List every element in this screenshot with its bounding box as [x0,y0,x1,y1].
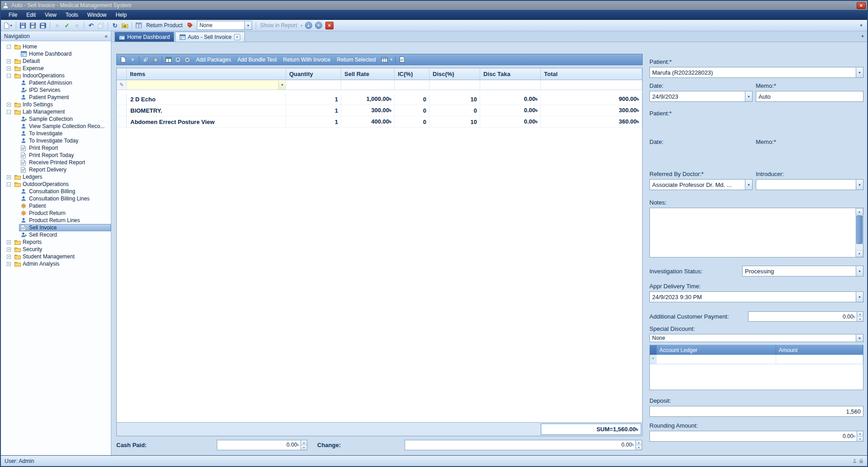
scrollbar-thumb[interactable] [856,215,863,244]
nav-item-home-dashboard[interactable]: Home Dashboard [1,50,111,57]
nav-item-print-report-today[interactable]: Print Report Today [1,152,111,159]
change-input[interactable]: 0.00৳ ▲▼ [405,440,642,450]
grid-row-biometry[interactable]: BIOMETRY.1300.00৳000.00৳300.00৳ [117,105,642,116]
ledger-new-row[interactable]: * [650,355,863,364]
new-dropdown-icon[interactable]: ▼ [10,24,13,27]
toolbar-overflow-icon[interactable]: ▼ [858,24,865,28]
open-button[interactable] [120,21,129,30]
return-product-label[interactable]: Return Product [144,22,185,29]
nav-item-to-investigate-today[interactable]: To Investigate Today [1,137,111,144]
delete-button[interactable]: × [52,21,62,30]
nav-item-patient-payment[interactable]: Patient Payment [1,94,111,101]
add-row-icon[interactable] [119,56,127,64]
nav-item-sell-invoice[interactable]: Sell Invoice [1,224,111,231]
expander-icon[interactable]: - [7,182,11,186]
menu-item-window[interactable]: Window [83,11,111,19]
button-add-bundle-test[interactable]: Add Bundle Test [234,57,280,63]
nav-item-indooroperations[interactable]: -IndoorOperations [1,72,111,79]
chevron-down-icon[interactable]: ▼ [745,180,752,190]
menu-item-tools[interactable]: Tools [62,11,82,19]
grid-row-abdomen-errect-posture-view[interactable]: Abdomen Errect Posture View1400.00৳0100.… [117,116,642,128]
additional-payment-spinner[interactable]: ▲▼ [857,312,863,321]
ledger-account-cell[interactable] [657,355,776,364]
layout-icon[interactable] [380,56,388,64]
introducer-combo[interactable]: ▼ [756,179,863,190]
chevron-down-icon[interactable]: ▼ [856,180,863,190]
nav-item-view-sample-collection-reco[interactable]: View Sample Collection Reco... [1,123,111,130]
ledger-amount-cell[interactable] [776,355,863,364]
button-add-packages[interactable]: Add Packages [193,57,234,63]
menu-item-view[interactable]: View [41,11,61,19]
referred-by-doctor-combo[interactable]: Associate Professor Dr. Md. ... ▼ [649,179,753,190]
expander-icon[interactable]: + [7,262,11,266]
nav-item-print-report[interactable]: Print Report [1,144,111,152]
nav-item-expense[interactable]: +Expense [1,65,111,72]
cash-paid-input[interactable]: 0.00৳ ▲▼ [217,440,307,450]
save-and-edit-button[interactable] [29,21,38,30]
expander-icon[interactable]: + [7,175,11,179]
scroll-down-icon[interactable]: ▼ [856,250,863,257]
cash-paid-spinner[interactable]: ▲▼ [300,440,307,450]
grid-header-items[interactable]: Items [127,68,286,80]
expander-icon[interactable]: - [7,74,11,78]
button-return-selected[interactable]: Return Selected [334,57,379,63]
expander-icon[interactable]: + [7,240,11,244]
grid-header-sell-rate[interactable]: Sell Rate [341,68,395,80]
investigation-status-combo[interactable]: Processing ▼ [742,266,863,276]
collapse-panel-icon[interactable]: « [105,33,108,39]
new-document-button[interactable]: ▼ [3,21,14,30]
nav-item-sell-record[interactable]: Sell Record [1,231,111,238]
move-up-button[interactable]: ▲ [305,22,312,29]
chevron-down-icon[interactable]: ▼ [244,21,252,29]
layout-dropdown-icon[interactable]: ▼ [390,58,393,61]
ledger-column-amount[interactable]: Amount [776,345,863,355]
row-down-icon[interactable] [183,56,191,64]
nav-item-to-investigate[interactable]: To Investigate [1,130,111,137]
patient-combo[interactable]: Marufa (R2023228023) ▼ [649,67,863,78]
expander-icon[interactable]: + [7,255,11,259]
nav-item-report-delivery[interactable]: Report Delivery [1,166,111,173]
filter-cell[interactable] [429,80,480,90]
nav-item-product-return-lines[interactable]: Product Return Lines [1,217,111,224]
nav-item-default[interactable]: +Default [1,57,111,65]
return-product-filter-combo[interactable]: None ▼ [197,21,252,30]
cancel-edit-button[interactable]: × [72,21,81,30]
appr-delivery-time-combo[interactable]: 24/9/2023 9:30 PM ▼ [649,291,863,302]
nav-item-security[interactable]: +Security [1,246,111,253]
tab-home-dashboard[interactable]: Home Dashboard [114,32,174,42]
nav-item-product-return[interactable]: Product Return [1,210,111,217]
additional-customer-payment-input[interactable]: 0.00৳ ▲▼ [748,311,863,322]
filter-items-cell[interactable]: ▼ [127,80,286,90]
grid-row-2-d-echo[interactable]: 2 D Echo11,000.00৳0100.00৳900.00৳ [117,94,642,105]
row-up-icon[interactable] [174,56,182,64]
deposit-input[interactable]: 1,560 [649,406,863,417]
nav-item-ipd-services[interactable]: IPD Services [1,86,111,94]
grid-header-total[interactable]: Total [541,68,642,80]
memo-input[interactable]: Auto [756,91,863,102]
nav-item-outdooroperations[interactable]: -OutdoorOperations [1,181,111,188]
rounding-spinner[interactable]: ▲▼ [857,431,863,441]
undo-button[interactable]: ↶ [86,21,95,30]
filter-cell[interactable] [341,80,395,90]
filter-cell[interactable] [395,80,429,90]
nav-item-info-settings[interactable]: +Info Settings [1,101,111,108]
nav-item-consultation-billing[interactable]: Consultation Billing [1,188,111,195]
filter-cell[interactable] [541,80,642,90]
date-combo[interactable]: 24/9/2023 ▼ [649,91,753,102]
expander-icon[interactable]: + [7,59,11,63]
rounding-amount-input[interactable]: 0.00৳ ▲▼ [649,431,863,442]
grid-header-disc-taka[interactable]: Disc Taka [480,68,541,80]
copy-button[interactable] [96,21,105,30]
grid-header-disc[interactable]: Disc(%) [429,68,480,80]
menu-item-help[interactable]: Help [112,11,131,19]
scroll-up-icon[interactable]: ▲ [856,208,863,215]
preview-icon[interactable] [398,56,406,64]
nav-item-patient[interactable]: Patient [1,202,111,210]
chevron-down-icon[interactable]: ▼ [856,292,863,302]
refresh-button[interactable]: ↻ [110,21,119,30]
button-return-with-invoice[interactable]: Return With Invoice [280,57,334,63]
nav-item-lab-management[interactable]: -Lab Management [1,108,111,115]
tab-list-chevron-icon[interactable]: ▼ [861,34,867,38]
show-in-report-button[interactable]: Show in Report [258,22,299,29]
special-discount-combo[interactable]: None ▼ [649,334,863,342]
